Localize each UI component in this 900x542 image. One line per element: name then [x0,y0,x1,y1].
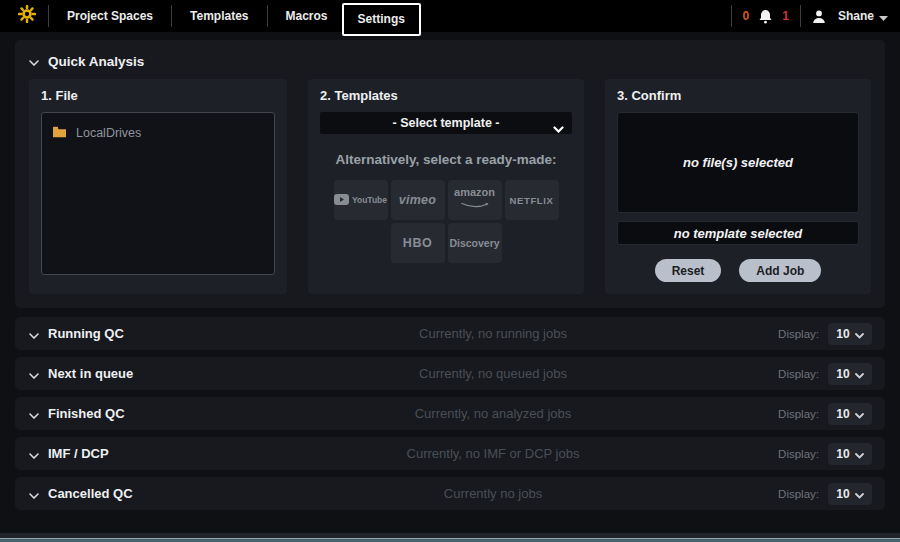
brand-label: NETFLIX [510,195,554,206]
confirm-buttons: Reset Add Job [617,259,859,282]
divider [48,5,49,27]
youtube-icon [334,193,349,208]
chevron-down-icon[interactable] [879,7,888,25]
section-title: Next in queue [48,366,133,381]
brand-netflix-button[interactable]: NETFLIX [505,180,559,220]
quick-analysis-header[interactable]: Quick Analysis [29,50,871,79]
app-window: Project Spaces Templates Macros Settings… [0,0,900,542]
chevron-down-icon [855,365,864,383]
chevron-down-icon [29,485,39,503]
brand-vimeo-button[interactable]: vimeo [391,180,445,220]
section-title: IMF / DCP [48,446,109,461]
display-count-value: 10 [836,407,849,421]
section-imf-dcp: IMF / DCP Currently, no IMF or DCP jobs … [15,437,885,470]
confirm-panel: 3. Confirm no file(s) selected no templa… [605,79,871,294]
section-header[interactable]: Next in queue [29,365,244,383]
section-running-qc: Running QC Currently, no running jobs Di… [15,317,885,350]
chevron-down-icon [29,325,39,343]
chevron-down-icon [29,52,39,70]
display-label: Display: [778,328,819,340]
display-count-value: 10 [836,327,849,341]
quick-analysis-title: Quick Analysis [48,54,144,69]
no-template-text: no template selected [674,226,803,241]
chevron-down-icon [855,485,864,503]
quick-analysis-section: Quick Analysis 1. File [15,40,885,308]
brand-amazon-button[interactable]: amazon [448,180,502,220]
display-count-value: 10 [836,367,849,381]
folder-icon [52,124,67,142]
nav-project-spaces[interactable]: Project Spaces [55,9,165,23]
nav-macros[interactable]: Macros [274,9,340,23]
brand-discovery-button[interactable]: Discovery [448,223,502,263]
section-title: Finished QC [48,406,125,421]
section-status-text: Currently, no analyzed jobs [244,406,742,421]
display-label: Display: [778,448,819,460]
top-navigation: Project Spaces Templates Macros Settings… [0,0,900,32]
section-title: Cancelled QC [48,486,133,501]
section-status-text: Currently, no queued jobs [244,366,742,381]
no-files-text: no file(s) selected [683,155,793,170]
gear-icon [18,5,36,27]
bell-icon[interactable] [754,9,777,24]
brand-label: Discovery [449,237,499,249]
section-controls: Display: 10 [742,483,872,505]
notification-count-right: 1 [777,9,794,23]
section-header[interactable]: Finished QC [29,405,244,423]
nav-templates[interactable]: Templates [178,9,260,23]
ready-made-label: Alternatively, select a ready-made: [320,152,572,167]
display-label: Display: [778,408,819,420]
topnav-right: 0 1 Shane [725,5,888,27]
tree-item-label: LocalDrives [76,126,141,140]
file-panel: 1. File LocalDrives [29,79,287,294]
selected-files-box: no file(s) selected [617,112,859,213]
chevron-down-icon [553,119,564,137]
tree-item-localdrives[interactable]: LocalDrives [50,122,266,144]
window-edge-accent [0,538,900,542]
brand-label: vimeo [399,193,437,207]
add-job-button[interactable]: Add Job [739,259,821,282]
section-header[interactable]: Cancelled QC [29,485,244,503]
section-status-text: Currently, no running jobs [244,326,742,341]
section-header[interactable]: Running QC [29,325,244,343]
divider [731,5,732,27]
file-browser[interactable]: LocalDrives [41,112,275,275]
selected-template-box: no template selected [617,221,859,245]
notification-count-left: 0 [738,9,755,23]
section-title: Running QC [48,326,124,341]
brand-row-1: YouTube vimeo amazon [334,180,559,220]
template-select[interactable]: - Select template - [320,112,572,134]
display-count-select[interactable]: 10 [828,443,872,465]
display-label: Display: [778,488,819,500]
app-logo[interactable] [12,5,42,27]
chevron-down-icon [855,325,864,343]
templates-panel: 2. Templates - Select template - Alterna… [308,79,584,294]
section-cancelled-qc: Cancelled QC Currently no jobs Display: … [15,477,885,510]
brand-hbo-button[interactable]: HBO [391,223,445,263]
main-content: Quick Analysis 1. File [0,32,900,533]
display-count-select[interactable]: 10 [828,363,872,385]
file-panel-title: 1. File [41,88,275,103]
display-count-select[interactable]: 10 [828,483,872,505]
chevron-down-icon [855,405,864,423]
display-count-value: 10 [836,447,849,461]
display-count-value: 10 [836,487,849,501]
reset-button[interactable]: Reset [655,259,722,282]
section-controls: Display: 10 [742,403,872,425]
brand-youtube-button[interactable]: YouTube [334,180,388,220]
amazon-smile-icon [459,197,491,212]
section-status-text: Currently no jobs [244,486,742,501]
display-label: Display: [778,368,819,380]
section-controls: Display: 10 [742,323,872,345]
user-name[interactable]: Shane [838,9,874,23]
nav-settings[interactable]: Settings [342,3,421,36]
user-icon[interactable] [807,9,831,24]
section-controls: Display: 10 [742,443,872,465]
brand-row-2: HBO Discovery [391,223,502,263]
brand-grid: YouTube vimeo amazon [320,180,572,263]
divider [267,5,268,27]
divider [171,5,172,27]
display-count-select[interactable]: 10 [828,323,872,345]
display-count-select[interactable]: 10 [828,403,872,425]
quick-analysis-panels: 1. File LocalDrives [29,79,871,294]
section-header[interactable]: IMF / DCP [29,445,244,463]
